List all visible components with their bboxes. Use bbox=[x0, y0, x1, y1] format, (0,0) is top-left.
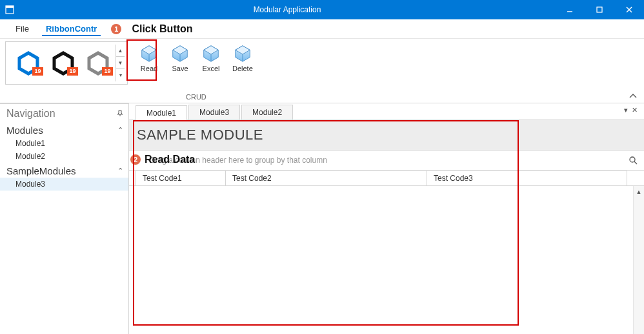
save-button[interactable]: Save bbox=[168, 43, 192, 74]
search-icon[interactable] bbox=[629, 156, 638, 167]
window-close-button[interactable] bbox=[614, 0, 644, 19]
excel-button-label: Excel bbox=[203, 65, 220, 72]
tab-module2[interactable]: Module2 bbox=[241, 105, 293, 120]
window-titlebar: Modular Application bbox=[0, 0, 644, 19]
tab-close-button[interactable]: ✕ bbox=[632, 106, 638, 114]
theme-swatch-black[interactable]: 19 bbox=[46, 46, 81, 81]
excel-button[interactable]: Excel bbox=[199, 43, 223, 74]
window-minimize-button[interactable] bbox=[555, 0, 585, 19]
theme-badge: 19 bbox=[67, 67, 78, 76]
navigation-sidebar: Navigation Modules ⌃ Module1 Module2 Sam… bbox=[0, 103, 129, 334]
annotation-label-1: Click Button bbox=[132, 23, 192, 35]
theme-swatch-blue[interactable]: 19 bbox=[11, 46, 46, 81]
ribbon-group-crud: Read Save Excel Delete CRUD bbox=[133, 41, 259, 101]
annotation-badge-1: 1 bbox=[110, 23, 123, 36]
theme-scroll-up-icon[interactable]: ▲ bbox=[116, 45, 125, 57]
app-icon bbox=[0, 5, 19, 14]
delete-button[interactable]: Delete bbox=[230, 43, 256, 74]
svg-point-10 bbox=[630, 157, 635, 162]
theme-dropdown-icon[interactable]: ▾ bbox=[116, 69, 125, 81]
ribbon-collapse-button[interactable] bbox=[629, 92, 638, 101]
theme-swatch-gray[interactable]: 19 bbox=[81, 46, 116, 81]
sidebar-item-module2[interactable]: Module2 bbox=[0, 150, 128, 163]
sidebar-item-module1[interactable]: Module1 bbox=[0, 137, 128, 150]
grid-header-row: Test Code1 Test Code2 Test Code3 bbox=[129, 171, 644, 186]
annotation-label-2: Read Data bbox=[145, 154, 195, 165]
chevron-up-icon: ⌃ bbox=[117, 167, 123, 175]
column-header-testcode3[interactable]: Test Code3 bbox=[427, 171, 627, 185]
grid-body: ▲ bbox=[129, 186, 644, 334]
column-header-testcode2[interactable]: Test Code2 bbox=[226, 171, 427, 185]
theme-scroll-down-icon[interactable]: ▼ bbox=[116, 57, 125, 69]
theme-gallery[interactable]: 19 19 19 ▲ ▼ ▾ bbox=[5, 41, 128, 85]
annotation-badge-2: 2 bbox=[129, 153, 142, 166]
ribbon-toolbar: 19 19 19 ▲ ▼ ▾ Read Save bbox=[0, 39, 644, 103]
read-button-label: Read bbox=[141, 65, 157, 72]
grid-group-panel[interactable]: Drag a column header here to group by th… bbox=[129, 151, 644, 171]
menu-ribbon-control[interactable]: RibbonContr bbox=[42, 21, 101, 36]
theme-badge: 19 bbox=[32, 67, 43, 76]
sidebar-title: Navigation bbox=[6, 108, 55, 120]
svg-rect-3 bbox=[597, 7, 602, 12]
module-header: SAMPLE MODULE bbox=[129, 120, 644, 151]
tab-module3[interactable]: Module3 bbox=[188, 105, 240, 120]
sidebar-group-samplemodules[interactable]: SampleModules ⌃ bbox=[0, 163, 128, 178]
menu-bar: File RibbonContr 1 Click Button bbox=[0, 19, 644, 39]
ribbon-group-label: CRUD bbox=[186, 93, 206, 101]
window-title: Modular Application bbox=[19, 5, 555, 14]
sidebar-item-module3[interactable]: Module3 bbox=[0, 178, 128, 191]
document-tabs: Module1 Module3 Module2 ▾ ✕ bbox=[129, 103, 644, 120]
pin-icon[interactable] bbox=[117, 110, 123, 118]
tab-module1[interactable]: Module1 bbox=[136, 105, 187, 120]
column-header-testcode1[interactable]: Test Code1 bbox=[136, 171, 226, 185]
svg-rect-1 bbox=[6, 6, 14, 8]
svg-line-11 bbox=[634, 162, 637, 164]
chevron-up-icon: ⌃ bbox=[117, 126, 123, 134]
menu-file[interactable]: File bbox=[12, 21, 33, 36]
delete-button-label: Delete bbox=[232, 65, 253, 72]
vertical-scrollbar[interactable]: ▲ bbox=[633, 186, 644, 334]
theme-gallery-arrows[interactable]: ▲ ▼ ▾ bbox=[116, 45, 125, 81]
tab-dropdown-icon[interactable]: ▾ bbox=[624, 106, 628, 114]
theme-badge: 19 bbox=[102, 67, 113, 76]
main-content: Module1 Module3 Module2 ▾ ✕ SAMPLE MODUL… bbox=[129, 103, 644, 334]
read-button[interactable]: Read bbox=[137, 43, 161, 74]
window-maximize-button[interactable] bbox=[585, 0, 614, 19]
sidebar-group-modules[interactable]: Modules ⌃ bbox=[0, 122, 128, 137]
scroll-up-icon[interactable]: ▲ bbox=[634, 186, 644, 197]
save-button-label: Save bbox=[172, 65, 188, 72]
